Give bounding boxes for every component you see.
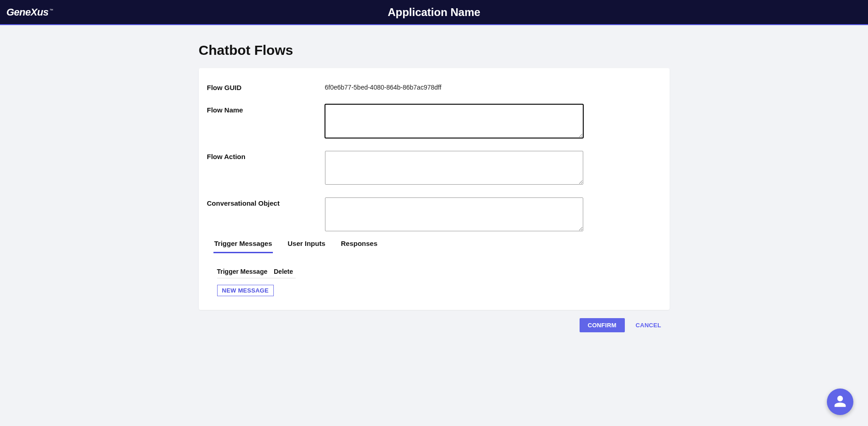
page-title: Chatbot Flows: [199, 43, 670, 58]
trigger-messages-table: Trigger Message Delete: [217, 265, 296, 278]
label-conversational-object: Conversational Object: [207, 197, 325, 207]
input-flow-name[interactable]: [325, 104, 583, 138]
brand-logo-text: GeneXus: [6, 6, 48, 18]
row-flow-action: Flow Action: [207, 151, 661, 185]
trigger-messages-panel: Trigger Message Delete NEW MESSAGE: [207, 265, 661, 296]
label-flow-name: Flow Name: [207, 104, 325, 114]
confirm-button[interactable]: CONFIRM: [580, 318, 625, 332]
tab-user-inputs[interactable]: User Inputs: [287, 237, 326, 253]
cancel-button[interactable]: CANCEL: [636, 322, 661, 329]
tabs: Trigger Messages User Inputs Responses: [207, 237, 661, 253]
user-fab-button[interactable]: [827, 389, 853, 415]
value-flow-guid: 6f0e6b77-5bed-4080-864b-86b7ac978dff: [325, 82, 661, 91]
brand-logo-tm: ™: [49, 8, 53, 12]
new-message-button[interactable]: NEW MESSAGE: [217, 285, 274, 296]
label-flow-guid: Flow GUID: [207, 82, 325, 91]
input-flow-action[interactable]: [325, 151, 583, 185]
col-trigger-message: Trigger Message: [217, 265, 274, 278]
content-wrap: Chatbot Flows Flow GUID 6f0e6b77-5bed-40…: [199, 43, 670, 351]
row-conversational-object: Conversational Object: [207, 197, 661, 231]
tab-trigger-messages[interactable]: Trigger Messages: [213, 237, 273, 253]
col-delete: Delete: [274, 265, 296, 278]
form-actions: CONFIRM CANCEL: [199, 318, 670, 332]
input-conversational-object[interactable]: [325, 197, 583, 231]
row-flow-guid: Flow GUID 6f0e6b77-5bed-4080-864b-86b7ac…: [207, 82, 661, 91]
flow-card: Flow GUID 6f0e6b77-5bed-4080-864b-86b7ac…: [199, 68, 670, 310]
app-title: Application Name: [388, 6, 480, 19]
brand-logo: GeneXus™: [0, 6, 53, 18]
user-icon: [833, 394, 847, 410]
row-flow-name: Flow Name: [207, 104, 661, 138]
app-header: GeneXus™ Application Name: [0, 0, 868, 25]
tab-responses[interactable]: Responses: [340, 237, 378, 253]
label-flow-action: Flow Action: [207, 151, 325, 160]
